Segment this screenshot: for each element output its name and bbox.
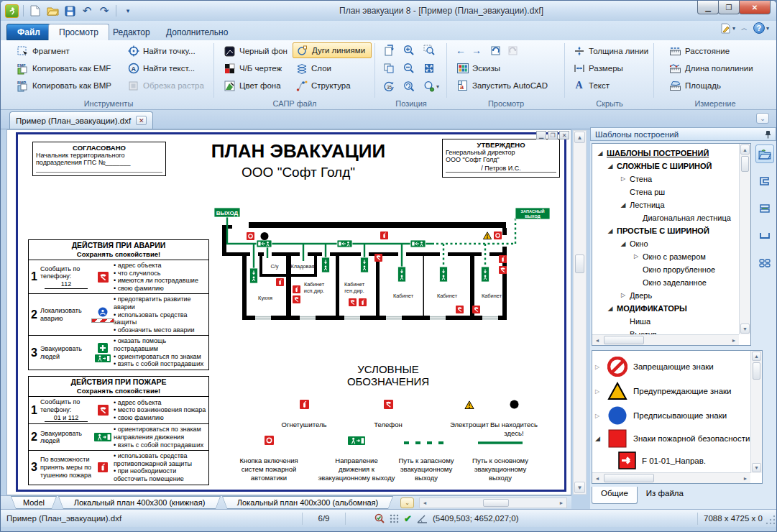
angle-icon[interactable]	[417, 514, 428, 523]
zoom-mode-button[interactable]	[422, 79, 436, 93]
sheet-tab-model[interactable]: Model	[11, 496, 57, 509]
sheet-tab-portrait[interactable]: Локальный план 400x300 (книжная)	[58, 496, 221, 509]
fragment-button[interactable]: Фрагмент	[14, 43, 73, 59]
tree-item-door[interactable]: ▷Дверь	[592, 289, 652, 301]
background-color-button[interactable]: Цвет фона	[221, 78, 284, 93]
find-text-button[interactable]: A Найти текст...	[124, 60, 198, 76]
expander-icon[interactable]: ◢	[607, 162, 614, 170]
sign-category-prohibit[interactable]: ▷ Запрещающие знаки	[595, 357, 714, 377]
run-autocad-button[interactable]: a Запустить AutoCAD	[454, 78, 551, 93]
fit-to-screen-button[interactable]	[422, 61, 436, 75]
mdi-minimize-button[interactable]: ▁	[536, 131, 546, 139]
expander-icon[interactable]: ◢	[607, 227, 614, 234]
sketches-button[interactable]: Эскизы	[454, 60, 503, 76]
layered-templates-icon[interactable]	[755, 199, 774, 218]
tree-item-window-sized[interactable]: ▷Окно с размером	[592, 250, 706, 262]
tray-templates-icon[interactable]	[755, 226, 774, 245]
tab-general[interactable]: Общие	[592, 487, 638, 504]
tree-horizontal-scrollbar[interactable]: ◄ ►	[592, 334, 739, 345]
tree-item-diagonal-stairs[interactable]: Диагональная лестница	[592, 211, 731, 224]
dynamic-zoom-button[interactable]	[402, 79, 416, 93]
tree-item-window-sealed[interactable]: Окно заделанное	[592, 276, 707, 288]
bw-drawing-button[interactable]: Ч/Б чертеж	[221, 60, 285, 76]
scroll-up-arrow[interactable]: ▲	[752, 352, 761, 361]
sign-category-fire-safety[interactable]: ◢ Знаки пожарной безопасности	[595, 428, 750, 449]
scroll-left-arrow[interactable]: ◄	[592, 474, 602, 482]
expander-icon[interactable]: ▷	[595, 413, 602, 419]
tab-editor[interactable]: Редактор	[103, 24, 160, 40]
tree-item-wall-rsh[interactable]: Стена рш	[592, 185, 665, 198]
new-document-button[interactable]	[28, 4, 42, 18]
scroll-thumb[interactable]	[741, 156, 749, 172]
tree-item-simple[interactable]: ◢ПРОСТЫЕ С ШИРИНОЙ	[592, 224, 709, 237]
find-point-button[interactable]: Найти точку...	[124, 43, 198, 59]
line-width-button[interactable]: Толщина линии	[570, 43, 651, 59]
sheet-tab-landscape[interactable]: Локальный план 400x300 (альбомная)	[222, 496, 393, 509]
zoom-mode-dropdown[interactable]: ▾	[436, 83, 439, 90]
layers-button[interactable]: Слои	[293, 60, 334, 76]
expander-icon[interactable]: ▷	[620, 292, 627, 298]
grid-snap-icon[interactable]	[390, 514, 399, 523]
open-templates-icon[interactable]	[755, 145, 774, 163]
sign-item-f0101[interactable]: F 01-01_Направ.	[618, 451, 706, 469]
sheet-options-chevron[interactable]: ⌄	[400, 497, 414, 508]
crop-raster-button[interactable]: Обрезка растра	[124, 78, 207, 93]
open-file-button[interactable]	[45, 4, 60, 18]
area-button[interactable]: Площадь	[666, 78, 724, 93]
scroll-down-arrow[interactable]: ▼	[574, 482, 585, 493]
qat-customize-chevron[interactable]: ▾	[121, 4, 135, 18]
distance-button[interactable]: Расстояние	[666, 43, 732, 59]
rotate-page-button[interactable]	[382, 43, 396, 58]
scroll-thumb[interactable]	[753, 362, 760, 380]
scroll-thumb[interactable]	[575, 254, 584, 273]
undo-view-button[interactable]	[488, 43, 502, 58]
save-button[interactable]	[63, 4, 77, 18]
tree-item-wall[interactable]: ▷Стена	[592, 173, 652, 185]
expander-icon[interactable]: ◢	[620, 201, 627, 208]
expander-icon[interactable]: ◢	[620, 240, 627, 247]
prev-view-button[interactable]: ←	[454, 43, 468, 58]
mdi-close-button[interactable]: ✕	[559, 131, 569, 139]
scroll-thumb[interactable]	[604, 336, 644, 344]
pin-icon[interactable]	[765, 130, 771, 139]
tree-item-niche[interactable]: Ниша	[592, 315, 650, 327]
tree-item-modifiers[interactable]: ◢МОДИФИКАТОРЫ	[592, 302, 687, 314]
close-document-icon[interactable]: ✕	[136, 116, 147, 125]
tree-item-complex[interactable]: ◢СЛОЖНЫЕ С ШИРИНОЙ	[592, 160, 712, 172]
help-button[interactable]: ?▾	[753, 22, 769, 34]
sign-category-mandatory[interactable]: ▷ Предписывающие знаки	[595, 405, 727, 426]
close-button[interactable]: ✕	[739, 1, 771, 14]
scroll-right-arrow[interactable]: ►	[740, 474, 750, 482]
structure-button[interactable]: Структура	[293, 78, 354, 93]
tree-vertical-scrollbar[interactable]: ▲ ▼	[739, 144, 750, 334]
minimize-button[interactable]: ▁	[697, 1, 719, 14]
tree-item-window-cut[interactable]: Окно прорубленное	[592, 263, 715, 275]
tab-from-file[interactable]: Из файла	[638, 487, 692, 504]
app-icon[interactable]	[5, 4, 19, 18]
tree-item-window[interactable]: ◢Окно	[592, 237, 648, 249]
sign-category-warning[interactable]: ▷ Предупреждающие знаки	[595, 382, 732, 400]
expander-icon[interactable]: ▷	[595, 364, 602, 370]
signs-horizontal-scrollbar[interactable]: ◄ ►	[592, 472, 750, 483]
signs-vertical-scrollbar[interactable]: ▲ ▼	[750, 351, 762, 473]
copy-as-bmp-button[interactable]: BMP Копировать как BMP	[14, 78, 114, 93]
redo-view-button[interactable]	[505, 43, 520, 58]
black-background-button[interactable]: Черный фон	[221, 43, 290, 59]
tab-extra[interactable]: Дополнительно	[156, 24, 238, 40]
scroll-up-arrow[interactable]: ▲	[740, 145, 750, 155]
scroll-left-arrow[interactable]: ◄	[420, 499, 430, 507]
expander-icon[interactable]: ▷	[595, 388, 602, 395]
polyline-length-button[interactable]: Длина полилинии	[666, 60, 756, 76]
scroll-right-arrow[interactable]: ►	[729, 336, 739, 344]
arcs-as-lines-button[interactable]: Дуги линиями	[293, 42, 372, 58]
collapse-ribbon-button[interactable]: ︿	[741, 24, 748, 33]
scroll-left-arrow[interactable]: ◄	[592, 336, 602, 344]
tab-file[interactable]: Файл	[6, 24, 51, 40]
expander-icon[interactable]: ▷	[633, 253, 640, 260]
next-view-button[interactable]: →	[469, 43, 484, 58]
scroll-down-arrow[interactable]: ▼	[740, 324, 750, 334]
canvas-vertical-scrollbar[interactable]: ▲ ▼	[573, 130, 587, 495]
resize-grip[interactable]	[765, 515, 775, 526]
zoom-window-button[interactable]	[422, 43, 436, 58]
tree-item-root[interactable]: ◢ШАБЛОНЫ ПОСТРОЕНИЙ	[592, 147, 709, 159]
